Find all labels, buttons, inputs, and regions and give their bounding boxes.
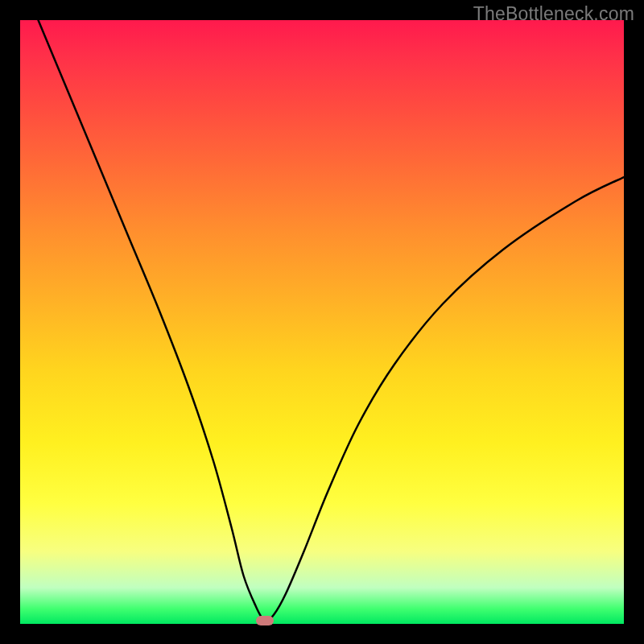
bottleneck-curve: [20, 20, 624, 624]
watermark-text: TheBottleneck.com: [473, 3, 634, 25]
minimum-marker: [256, 616, 274, 625]
